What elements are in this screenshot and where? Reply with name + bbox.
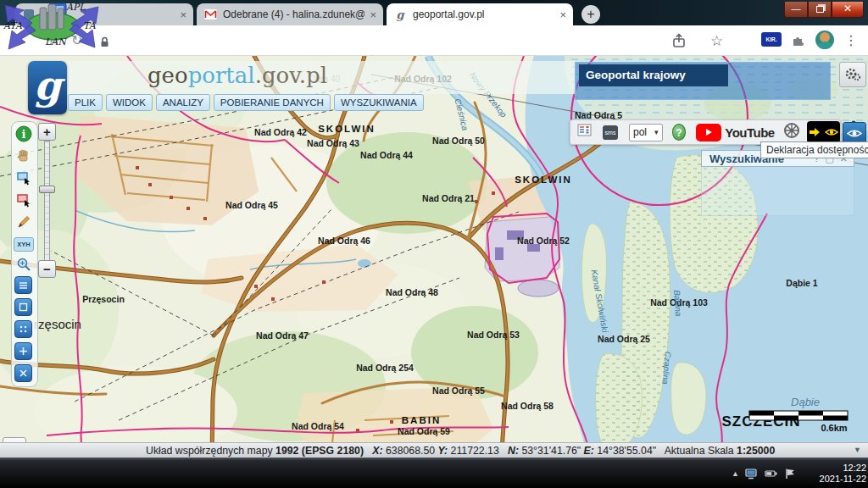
zoom-magnifier-icon[interactable] [14, 254, 34, 274]
settings-button[interactable] [839, 62, 866, 87]
contrast-eye-icon[interactable] [824, 126, 839, 138]
window-minimize-button[interactable]: — [784, 2, 808, 18]
legend-icon[interactable] [577, 124, 593, 141]
battery-icon[interactable] [765, 469, 778, 479]
statusbar-segment: Y: [438, 445, 448, 457]
new-tab-button[interactable]: + [581, 5, 600, 24]
tab-2[interactable]: Odebrane (4) - halina.zdunek@in × [197, 3, 383, 25]
geoportal-menu: PLIK WIDOK ANALIZY POBIERANIE DANYCH WYS… [68, 94, 424, 111]
map-label: Nad Odrą 48 [386, 287, 438, 297]
contrast-toggle[interactable] [807, 121, 840, 143]
statusbar-segment: 1992 (EPSG 2180) [275, 445, 364, 457]
back-icon[interactable]: ← [47, 32, 61, 47]
share-icon[interactable] [671, 33, 687, 52]
basemap-tool-button[interactable] [14, 298, 32, 316]
map-label: Babina [672, 290, 683, 317]
select-rectangle-icon[interactable] [14, 168, 34, 188]
close-tool-button[interactable] [14, 364, 32, 382]
menu-analizy-button[interactable]: ANALIZY [156, 94, 210, 111]
map-label: Nad Odrą 25 [598, 334, 650, 344]
youtube-label: YouTube [725, 125, 774, 140]
zoom-slider-track[interactable] [44, 141, 50, 261]
tab3-title: geoportal.gov.pl [413, 8, 554, 20]
add-tool-button[interactable] [14, 342, 32, 360]
contrast-arrow-icon[interactable] [808, 126, 821, 138]
layers-tool-button[interactable] [14, 276, 32, 294]
identify-button[interactable]: i [14, 124, 34, 144]
action-center-flag-icon[interactable] [784, 468, 796, 480]
geoportal-logo[interactable]: g [28, 61, 67, 114]
map-label: rzęsocin [34, 317, 81, 331]
map-label: Nad Odrą 44 [360, 150, 413, 160]
map-label: Nad Odrą 50 [432, 136, 485, 146]
brand-suffix: .gov.pl [255, 63, 327, 88]
map-label: Nad Odrą 59 [398, 426, 450, 436]
browser-menu-icon[interactable]: ⋮ [844, 32, 858, 48]
window-close-button[interactable]: ✕ [832, 2, 864, 18]
map-label: Nad Odrą 46 [318, 236, 370, 246]
tab1-favicon-icon [22, 8, 36, 21]
draw-pencil-icon[interactable] [14, 212, 34, 232]
clock-time: 12:22 [805, 463, 866, 474]
tray-expand-icon[interactable]: ▲ [732, 469, 739, 478]
map-label: Dąbie 1 [786, 278, 818, 288]
map-label: Nad Odrą 21 [422, 193, 475, 203]
youtube-button[interactable]: YouTube [696, 124, 774, 141]
reload-icon[interactable]: ↻ [71, 32, 82, 48]
map-canvas[interactable]: Odra 40Nad Odrą 102Nad Odrą 5SKOLWINNad … [0, 56, 868, 458]
deselect-rectangle-icon[interactable] [14, 190, 34, 210]
map-label: Nad Odrą 53 [467, 330, 520, 340]
geoportal-brand: geoportal.gov.pl [127, 63, 348, 88]
accessibility-wheel-icon[interactable] [782, 121, 801, 143]
system-tray: ▲ 12:22 2021-11-22 [732, 463, 866, 485]
tab3-close-icon[interactable]: × [559, 8, 566, 21]
map-label: Nad Odrą 43 [307, 138, 359, 148]
bookmark-star-icon[interactable]: ☆ [710, 32, 723, 50]
sms-icon[interactable]: sms [603, 125, 618, 140]
clock-date: 2021-11-22 [805, 474, 866, 485]
youtube-play-icon [696, 124, 721, 141]
language-select[interactable]: pol▾ [629, 124, 662, 141]
menu-pobieranie-danych-button[interactable]: POBIERANIE DANYCH [214, 94, 331, 111]
brand-geo: geo [147, 63, 188, 88]
eye-icon [847, 128, 862, 139]
lock-icon [100, 36, 109, 51]
zoom-slider-handle[interactable] [39, 186, 55, 193]
xyh-coordinates-button[interactable]: XYH [14, 234, 34, 254]
statusbar-segment: X: [372, 445, 382, 457]
tab2-close-icon[interactable]: × [370, 8, 376, 21]
network-icon[interactable] [745, 468, 759, 480]
extensions-puzzle-icon[interactable] [790, 33, 805, 52]
address-bar [0, 25, 868, 56]
kir-extension-icon[interactable]: KIR. [761, 32, 782, 47]
map-label: Nad Odrą 52 [517, 236, 570, 246]
statusbar-segment: 211722.13 [448, 445, 508, 457]
menu-plik-button[interactable]: PLIK [68, 94, 103, 111]
grid-tool-button[interactable] [14, 320, 32, 338]
statusbar-segment: 1:25000 [737, 445, 775, 457]
geoportal-favicon-icon: g [393, 8, 407, 21]
map-label: Nad Odrą 42 [254, 127, 307, 137]
brand-portal: portal [188, 63, 255, 88]
tab1-close-icon[interactable]: × [180, 8, 186, 21]
profile-avatar[interactable] [815, 30, 834, 49]
map-label: Nad Odrą 55 [432, 385, 485, 396]
tab-3-active[interactable]: g geoportal.gov.pl × [387, 3, 573, 25]
pan-hand-icon[interactable] [14, 146, 34, 166]
help-button[interactable]: ? [672, 124, 687, 141]
statusbar-segment: 638068.50 [383, 445, 438, 457]
menu-wyszukiwania-button[interactable]: WYSZUKIWANIA [334, 94, 424, 111]
taskbar-clock[interactable]: 12:22 2021-11-22 [805, 463, 866, 485]
statusbar-segment: N: [508, 445, 519, 457]
map-label: Nad Odrą 45 [225, 200, 278, 210]
tab2-title: Odebrane (4) - halina.zdunek@in [223, 8, 364, 20]
map-label: SKOLWIN [515, 175, 572, 185]
zoom-out-button[interactable]: − [38, 260, 56, 278]
zoom-in-button[interactable]: + [38, 123, 56, 141]
statusbar: Układ współrzędnych mapy 1992 (EPSG 2180… [0, 442, 868, 458]
map-label: BABIN [402, 415, 441, 425]
window-restore-button[interactable] [808, 2, 832, 18]
tab-1[interactable]: × [15, 3, 193, 25]
statusbar-dropdown-icon[interactable]: ▼ [854, 446, 861, 454]
menu-widok-button[interactable]: WIDOK [106, 94, 153, 111]
